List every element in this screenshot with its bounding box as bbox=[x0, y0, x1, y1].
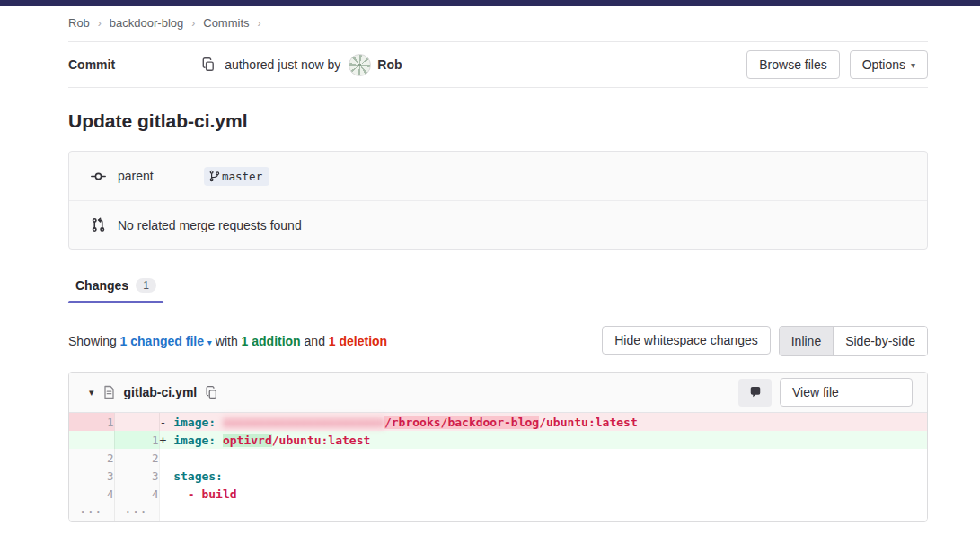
file-name[interactable]: gitlab-ci.yml bbox=[124, 385, 198, 399]
code-cell bbox=[159, 503, 927, 521]
gitlab-commit-page: Rob›backdoor-blog›Commits› Commit author… bbox=[0, 0, 980, 535]
diff-row-add: 1+ image: optivrd/ubuntu:latest bbox=[69, 431, 927, 449]
old-line-number[interactable]: 1 bbox=[69, 413, 114, 431]
breadcrumb-separator: › bbox=[191, 17, 195, 30]
diff-stats-text: Showing 1 changed file ▾ with 1 addition… bbox=[68, 334, 387, 348]
related-mr-text: No related merge requests found bbox=[118, 218, 302, 232]
collapse-file-icon[interactable]: ▾ bbox=[89, 387, 94, 399]
diff-row-ctx: 22 bbox=[69, 449, 927, 467]
view-file-button[interactable]: View file bbox=[780, 378, 913, 407]
old-line-number[interactable]: 4 bbox=[69, 485, 114, 503]
expand-new-lines[interactable]: ··· bbox=[114, 503, 159, 521]
code-cell: + image: optivrd/ubuntu:latest bbox=[159, 431, 927, 449]
code-segment bbox=[160, 469, 174, 483]
diff-summary-row: Showing 1 changed file ▾ with 1 addition… bbox=[68, 326, 928, 356]
expand-old-lines[interactable]: ··· bbox=[69, 503, 114, 521]
parent-label: parent bbox=[118, 169, 204, 183]
diff-table: 1- image: xxxxxxxxxxxxxxxxxxxxxxx/rbrook… bbox=[69, 413, 927, 521]
code-segment: image: bbox=[173, 416, 223, 429]
code-segment: optivrd bbox=[223, 434, 272, 447]
deletions-count: 1 deletion bbox=[329, 334, 387, 348]
commit-label: Commit bbox=[68, 57, 115, 72]
tab-changes-label: Changes bbox=[75, 278, 128, 293]
new-line-number[interactable]: 2 bbox=[114, 449, 159, 467]
diff-row-ctx: 33 stages: bbox=[69, 467, 927, 485]
browse-files-button[interactable]: Browse files bbox=[746, 50, 839, 79]
code-segment: /ubuntu:latest bbox=[539, 416, 638, 429]
redacted-text: xxxxxxxxxxxxxxxxxxxxxxx bbox=[223, 416, 384, 429]
changes-count-badge: 1 bbox=[136, 278, 156, 293]
new-line-number[interactable]: 4 bbox=[114, 485, 159, 503]
parent-branch-badge[interactable]: master bbox=[204, 167, 269, 186]
old-line-number[interactable]: 3 bbox=[69, 467, 114, 485]
code-segment: + bbox=[160, 434, 174, 447]
code-cell: - build bbox=[159, 485, 927, 503]
code-segment: - build bbox=[173, 487, 236, 501]
changed-files-dropdown[interactable]: 1 changed file bbox=[120, 334, 204, 348]
options-button[interactable]: Options ▾ bbox=[850, 50, 928, 79]
comment-bubble-icon bbox=[749, 386, 762, 399]
new-line-number[interactable]: 3 bbox=[114, 467, 159, 485]
inline-view-button[interactable]: Inline bbox=[780, 327, 833, 355]
commit-title: Update gitlab-ci.yml bbox=[68, 110, 928, 132]
commit-header-row: Commit authored just now by Rob Browse f… bbox=[68, 41, 928, 88]
branch-name: master bbox=[222, 170, 262, 183]
chevron-down-icon: ▾ bbox=[911, 60, 915, 70]
author-avatar[interactable] bbox=[349, 54, 371, 76]
commit-info-card: parent master No related merge requests … bbox=[68, 151, 928, 250]
old-line-number[interactable]: 2 bbox=[69, 449, 114, 467]
new-line-number[interactable]: 1 bbox=[114, 431, 159, 449]
code-segment: stages: bbox=[173, 469, 223, 483]
with-label: with bbox=[216, 334, 238, 348]
options-label: Options bbox=[862, 57, 905, 72]
code-segment: image: bbox=[173, 434, 223, 447]
code-segment: - bbox=[160, 416, 174, 429]
code-cell bbox=[159, 449, 927, 467]
hide-whitespace-button[interactable]: Hide whitespace changes bbox=[602, 326, 771, 355]
parent-row: parent master bbox=[69, 152, 927, 200]
toggle-comments-button[interactable] bbox=[738, 379, 772, 407]
side-by-side-view-button[interactable]: Side-by-side bbox=[833, 327, 927, 355]
tab-bar: Changes 1 bbox=[68, 270, 928, 303]
breadcrumb-separator: › bbox=[98, 17, 102, 30]
diff-file-header: ▾ gitlab-ci.yml View file bbox=[69, 373, 927, 413]
additions-count: 1 addition bbox=[242, 334, 301, 348]
copy-file-path-icon[interactable] bbox=[205, 386, 218, 399]
showing-label: Showing bbox=[68, 334, 117, 348]
branch-icon bbox=[208, 170, 220, 182]
breadcrumb-item[interactable]: Commits bbox=[203, 16, 249, 30]
code-cell: stages: bbox=[159, 467, 927, 485]
related-mr-row: No related merge requests found bbox=[69, 200, 927, 249]
commit-icon bbox=[91, 169, 106, 184]
chevron-down-icon[interactable]: ▾ bbox=[207, 338, 212, 347]
breadcrumb-item[interactable]: Rob bbox=[68, 16, 90, 30]
diff-row-del: 1- image: xxxxxxxxxxxxxxxxxxxxxxx/rbrook… bbox=[69, 413, 927, 431]
new-line-number[interactable] bbox=[114, 413, 159, 431]
diff-row-ctx: 44 - build bbox=[69, 485, 927, 503]
tab-changes[interactable]: Changes 1 bbox=[68, 270, 163, 303]
code-cell: - image: xxxxxxxxxxxxxxxxxxxxxxx/rbrooks… bbox=[159, 413, 927, 431]
file-icon bbox=[102, 385, 116, 399]
top-navigation-bar bbox=[0, 0, 980, 6]
diff-view-toggle: Inline Side-by-side bbox=[779, 326, 928, 356]
code-segment: /rbrooks/backdoor-blog bbox=[384, 416, 539, 429]
breadcrumb-item[interactable]: backdoor-blog bbox=[110, 16, 183, 30]
old-line-number[interactable] bbox=[69, 431, 114, 449]
and-label: and bbox=[305, 334, 325, 348]
copy-commit-sha-icon[interactable] bbox=[201, 57, 216, 72]
diff-row-expand: ······ bbox=[69, 503, 927, 521]
code-segment bbox=[160, 487, 174, 501]
breadcrumb: Rob›backdoor-blog›Commits› bbox=[68, 16, 928, 30]
breadcrumb-separator: › bbox=[258, 17, 261, 30]
diff-file-card: ▾ gitlab-ci.yml View file 1- image: bbox=[68, 372, 928, 522]
author-name[interactable]: Rob bbox=[377, 57, 402, 72]
authored-text: authored just now by bbox=[225, 57, 340, 72]
merge-request-icon bbox=[91, 217, 106, 232]
code-segment: /ubuntu:latest bbox=[272, 434, 371, 447]
